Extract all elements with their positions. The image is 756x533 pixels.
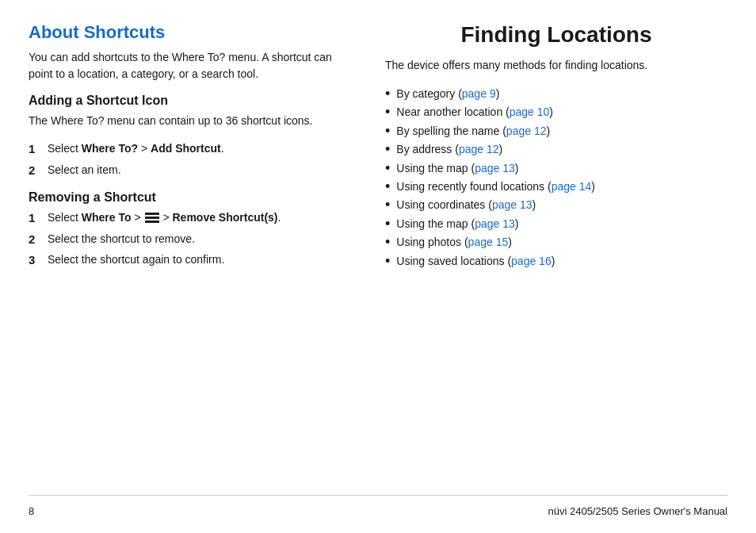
link-page12b[interactable]: page 12 — [459, 143, 499, 155]
adding-step-2: 2 Select an item. — [29, 162, 338, 180]
rem-step-num-3: 3 — [29, 251, 40, 270]
link-page13a[interactable]: page 13 — [475, 162, 515, 174]
removing-steps-list: 1 Select Where To > > Remove Shortcut(s)… — [29, 209, 338, 270]
page-container: About Shortcuts You can add shortcuts to… — [0, 0, 756, 533]
step-num-1: 1 — [29, 140, 40, 159]
bullet-0: • — [385, 85, 390, 103]
right-column: Finding Locations The device offers many… — [369, 22, 727, 281]
rem-step-1-text: Select Where To > > Remove Shortcut(s). — [48, 209, 281, 226]
list-item-7: • Using the map (page 13) — [385, 215, 727, 233]
finding-locations-list: • By category (page 9) • Near another lo… — [385, 85, 727, 270]
rem-step-1-bold2: Remove Shortcut(s) — [173, 211, 278, 224]
list-item-2: • By spelling the name (page 12) — [385, 122, 727, 140]
removing-step-1: 1 Select Where To > > Remove Shortcut(s)… — [29, 209, 338, 228]
link-page13b[interactable]: page 13 — [492, 198, 533, 211]
left-intro-text: You can add shortcuts to the Where To? m… — [29, 49, 338, 82]
right-intro-text: The device offers many methods for findi… — [385, 57, 727, 74]
rem-step-2-text: Select the shortcut to remove. — [48, 231, 195, 247]
menu-icon — [145, 213, 159, 224]
rem-step-3-text: Select the shortcut again to confirm. — [48, 251, 224, 268]
adding-heading: Adding a Shortcut Icon — [29, 94, 338, 108]
list-item-3-text: By address (page 12) — [396, 140, 502, 158]
link-page13c[interactable]: page 13 — [475, 217, 515, 230]
step-1-bold1: Where To? — [82, 142, 138, 155]
link-page15[interactable]: page 15 — [468, 236, 509, 248]
link-page16[interactable]: page 16 — [511, 255, 552, 267]
step-2-text: Select an item. — [48, 162, 121, 178]
list-item-9: • Using saved locations (page 16) — [385, 252, 727, 270]
adding-desc: The Where To? menu can contain up to 36 … — [29, 113, 338, 129]
list-item-5: • Using recently found locations (page 1… — [385, 178, 727, 196]
footer-manual-title: nüvi 2405/2505 Series Owner's Manual — [548, 505, 727, 517]
link-page10[interactable]: page 10 — [510, 105, 550, 118]
link-page12a[interactable]: page 12 — [506, 125, 547, 137]
removing-step-2: 2 Select the shortcut to remove. — [29, 231, 338, 249]
adding-steps-list: 1 Select Where To? > Add Shortcut. 2 Sel… — [29, 140, 338, 179]
list-item-7-text: Using the map (page 13) — [396, 215, 518, 232]
bullet-7: • — [385, 215, 390, 233]
footer-divider — [29, 495, 727, 496]
bullet-3: • — [385, 140, 390, 159]
list-item-3: • By address (page 12) — [385, 140, 727, 159]
step-1-text: Select Where To? > Add Shortcut. — [48, 140, 224, 157]
rem-step-num-1: 1 — [29, 209, 40, 228]
bullet-2: • — [385, 122, 390, 140]
content-area: About Shortcuts You can add shortcuts to… — [29, 22, 727, 281]
list-item-0-text: By category (page 9) — [396, 85, 499, 102]
link-page9[interactable]: page 9 — [462, 87, 496, 100]
bullet-8: • — [385, 233, 390, 251]
link-page14[interactable]: page 14 — [552, 180, 592, 193]
removing-step-3: 3 Select the shortcut again to confirm. — [29, 251, 338, 270]
list-item-5-text: Using recently found locations (page 14) — [396, 178, 595, 195]
list-item-8: • Using photos (page 15) — [385, 233, 727, 251]
list-item-6: • Using coordinates (page 13) — [385, 196, 727, 214]
list-item-2-text: By spelling the name (page 12) — [396, 122, 550, 140]
bullet-6: • — [385, 196, 390, 214]
removing-heading: Removing a Shortcut — [29, 190, 338, 205]
list-item-1-text: Near another location (page 10) — [396, 103, 553, 121]
list-item-4-text: Using the map (page 13) — [396, 159, 518, 177]
list-item-4: • Using the map (page 13) — [385, 159, 727, 178]
list-item-6-text: Using coordinates (page 13) — [396, 196, 536, 213]
left-column: About Shortcuts You can add shortcuts to… — [29, 22, 369, 281]
right-section-title: Finding Locations — [385, 22, 727, 48]
adding-step-1: 1 Select Where To? > Add Shortcut. — [29, 140, 338, 159]
list-item-1: • Near another location (page 10) — [385, 103, 727, 121]
list-item-0: • By category (page 9) — [385, 85, 727, 103]
step-num-2: 2 — [29, 162, 40, 180]
footer-page-number: 8 — [29, 505, 34, 517]
footer: 8 nüvi 2405/2505 Series Owner's Manual — [29, 502, 727, 517]
bullet-1: • — [385, 103, 390, 121]
bullet-9: • — [385, 252, 390, 270]
list-item-8-text: Using photos (page 15) — [396, 233, 512, 251]
left-section-title: About Shortcuts — [29, 22, 338, 43]
bullet-4: • — [385, 159, 390, 178]
rem-step-num-2: 2 — [29, 231, 40, 249]
bullet-5: • — [385, 178, 390, 196]
rem-step-1-bold1: Where To — [82, 211, 132, 224]
step-1-bold2: Add Shortcut — [151, 142, 221, 155]
list-item-9-text: Using saved locations (page 16) — [396, 252, 555, 270]
footer-spacer — [29, 281, 727, 496]
